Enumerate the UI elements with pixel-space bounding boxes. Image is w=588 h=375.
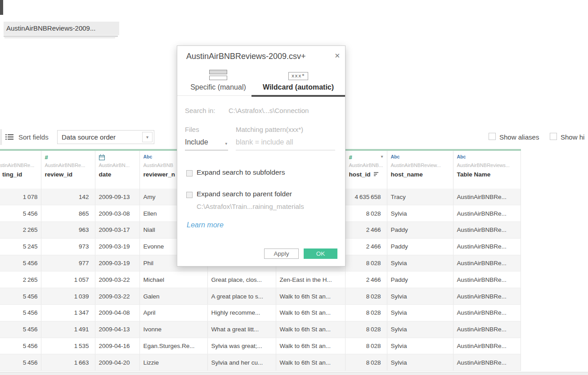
field-list-icon[interactable] — [5, 134, 13, 142]
table-cell: 8 028 — [345, 338, 387, 354]
horizontal-scrollbar[interactable] — [0, 372, 588, 375]
table-row: 5 4561 0392009-03-22GalenA great place t… — [0, 288, 521, 305]
table-cell: Walk to 6th St an... — [276, 338, 345, 354]
sort-fields-label: Sort fields — [18, 133, 49, 141]
table-cell: 1 057 — [41, 271, 95, 288]
table-cell: 2009-04-13 — [95, 321, 139, 338]
table-cell: 2 265 — [0, 271, 41, 288]
expand-parent-checkbox[interactable] — [186, 192, 193, 198]
matching-pattern-label: Matching pattern(xxx*) — [236, 126, 303, 133]
table-cell: 1 491 — [41, 321, 95, 338]
show-aliases-label: Show aliases — [499, 133, 539, 141]
table-cell: Ivonne — [139, 321, 207, 338]
column-menu-caret-icon[interactable]: ▾ — [381, 154, 383, 159]
table-cell: Sylvia — [387, 321, 453, 338]
table-cell: Highly recomme... — [207, 305, 276, 321]
table-cell: 2009-04-08 — [95, 305, 139, 321]
table-cell: 2009-03-17 — [95, 222, 139, 239]
table-cell: Sylvia was great;... — [207, 338, 276, 354]
table-cell: 5 456 — [0, 205, 41, 222]
table-cell: AustinAirBNBRe... — [453, 238, 521, 255]
table-cell: 8 028 — [345, 288, 387, 305]
sort-indicator-icon[interactable] — [374, 171, 379, 178]
sort-order-dropdown[interactable]: Data source order ▾ — [57, 130, 154, 144]
table-cell: 8 028 — [345, 321, 387, 338]
table-cell: Sylvia and her cu... — [207, 354, 276, 371]
apply-button[interactable]: Apply — [264, 248, 299, 259]
learn-more-link[interactable]: Learn more — [187, 221, 224, 229]
table-cell: 1 663 — [41, 354, 95, 371]
table-cell: 2 466 — [345, 238, 387, 255]
window-corner-fragment — [0, 0, 3, 15]
table-cell: 2009-04-20 — [95, 354, 139, 371]
column-header-table-name[interactable]: Abc AustinAirBNBReviews... Table Name — [453, 150, 521, 189]
chevron-down-icon[interactable]: ▾ — [142, 132, 153, 142]
dialog-title: AustinAirBNBReviews-2009.csv+ — [186, 52, 306, 61]
search-in-path: C:\Astrafox\...s\Connection — [229, 107, 309, 114]
table-cell: Lizzie — [139, 354, 207, 371]
pattern-input[interactable]: blank = include all — [236, 138, 335, 150]
table-cell: 2009-03-19 — [95, 238, 139, 255]
table-cell: Paddy — [387, 222, 453, 239]
table-cell: 5 245 — [0, 238, 41, 255]
table-cell: 5 456 — [0, 321, 41, 338]
show-hidden-checkbox[interactable] — [550, 133, 557, 140]
column-header-review-id[interactable]: # AustinAirBNBRe... review_id — [41, 150, 95, 189]
table-cell: AustinAirBNBRe... — [453, 189, 521, 205]
column-header-listing-id[interactable]: stinAirBNBRe... ting_id — [0, 150, 41, 189]
column-header-date[interactable]: AustinAirBN... date — [95, 150, 139, 189]
show-aliases-checkbox[interactable] — [489, 133, 496, 140]
table-cell: 8 028 — [345, 255, 387, 271]
table-cell: A great place to s... — [207, 288, 276, 305]
table-row: 5 4561 4912009-04-13IvonneWhat a great l… — [0, 321, 521, 338]
include-dropdown[interactable]: Include ▾ — [185, 138, 228, 150]
files-label: Files — [185, 126, 199, 133]
table-cell: Walk to 6th St an... — [276, 321, 345, 338]
table-cell: 865 — [41, 205, 95, 222]
table-cell: 2 466 — [345, 271, 387, 288]
table-cell: 2009-09-13 — [95, 189, 139, 205]
table-cell: AustinAirBNBRe... — [453, 354, 521, 371]
table-cell: Walk to 6th St an... — [276, 354, 345, 371]
table-cell: Sylvia — [387, 288, 453, 305]
tab-specific-manual[interactable]: Specific (manual) — [185, 66, 251, 95]
table-cell: Walk to 6th St an... — [276, 288, 345, 305]
table-cell: 4 635 658 — [345, 189, 387, 205]
table-cell: Sylvia — [387, 305, 453, 321]
table-cell: AustinAirBNBRe... — [453, 205, 521, 222]
table-cell: 1 078 — [0, 189, 41, 205]
datasource-tab[interactable]: AustinAirBNBReviews-2009... — [4, 22, 119, 35]
table-cell: Sylvia — [387, 205, 453, 222]
union-dialog: AustinAirBNBReviews-2009.csv+ ✕ Specific… — [177, 45, 346, 267]
table-cell: Paddy — [387, 271, 453, 288]
table-cell: AustinAirBNBRe... — [453, 338, 521, 354]
column-header-host-name[interactable]: Abc AustinAirBNBReview... host_name — [387, 150, 453, 189]
table-cell: AustinAirBNBRe... — [453, 255, 521, 271]
string-field-icon: Abc — [144, 154, 153, 159]
column-header-host-id[interactable]: # ▾ AustinAirBNB... host_id — [345, 150, 387, 189]
table-cell: Paddy — [387, 238, 453, 255]
ok-button[interactable]: OK — [304, 248, 337, 259]
table-cell: Michael — [139, 271, 207, 288]
close-icon[interactable]: ✕ — [334, 52, 340, 60]
table-cell: Great place, clos... — [207, 271, 276, 288]
table-cell: 5 456 — [0, 305, 41, 321]
table-cell: 5 456 — [0, 338, 41, 354]
table-cell: AustinAirBNBRe... — [453, 222, 521, 239]
sort-order-value: Data source order — [62, 131, 116, 144]
table-cell: 5 456 — [0, 354, 41, 371]
table-row: 5 4561 6632009-04-20LizzieSylvia and her… — [0, 354, 521, 371]
table-cell: 1 347 — [41, 305, 95, 321]
table-cell: AustinAirBNBRe... — [453, 305, 521, 321]
table-cell: 977 — [41, 255, 95, 271]
tab-wildcard-automatic[interactable]: xxx* Wildcard (automatic) — [251, 66, 345, 95]
table-row: 5 4561 5352009-04-16Egan.Sturges.Re...Sy… — [0, 338, 521, 354]
table-cell: 2009-03-22 — [95, 271, 139, 288]
toolbar-edge-fragment — [0, 129, 2, 145]
expand-subfolders-checkbox[interactable] — [186, 170, 193, 176]
chevron-down-icon[interactable]: ▾ — [225, 141, 227, 146]
number-field-icon: # — [45, 154, 48, 161]
parent-folder-path: C:\Astrafox\Train...raining_materials — [197, 203, 304, 210]
table-cell: 973 — [41, 238, 95, 255]
search-in-label: Search in: — [185, 107, 215, 114]
